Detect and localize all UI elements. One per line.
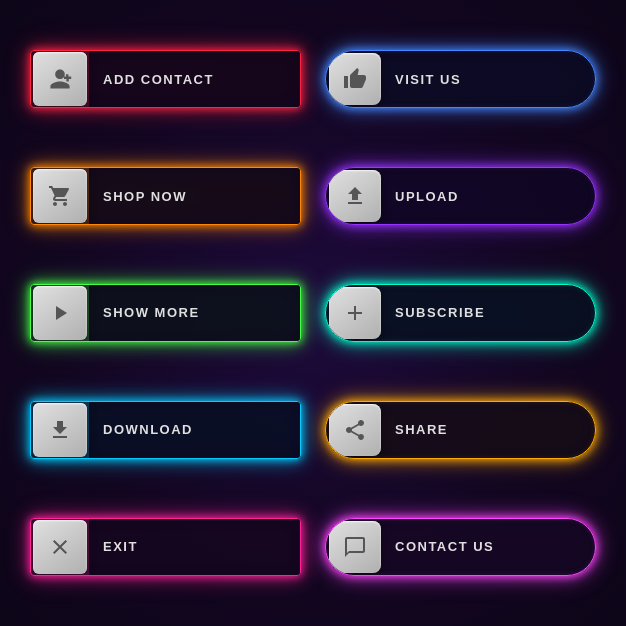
exit-button[interactable]: EXIT — [30, 518, 301, 576]
upload-label: UPLOAD — [381, 189, 595, 204]
button-wrap-show-more: SHOW MORE — [30, 264, 301, 363]
chat-icon — [329, 521, 381, 573]
button-wrap-shop-now: SHOP NOW — [30, 147, 301, 246]
visit-us-button[interactable]: VISIT US — [325, 50, 596, 108]
add-contact-label: ADD CONTACT — [89, 51, 300, 107]
button-wrap-subscribe: SUBSCRIBE — [325, 264, 596, 363]
button-wrap-exit: EXIT — [30, 497, 301, 596]
download-icon — [33, 403, 87, 457]
share-button[interactable]: SHARE — [325, 401, 596, 459]
exit-label: EXIT — [89, 519, 300, 575]
visit-us-label: VISIT US — [381, 72, 595, 87]
download-button[interactable]: DOWNLOAD — [30, 401, 301, 459]
download-label: DOWNLOAD — [89, 402, 300, 458]
share-icon — [329, 404, 381, 456]
cart-icon — [33, 169, 87, 223]
show-more-button[interactable]: SHOW MORE — [30, 284, 301, 342]
button-wrap-contact-us: CONTACT US — [325, 497, 596, 596]
button-wrap-upload: UPLOAD — [325, 147, 596, 246]
x-icon — [33, 520, 87, 574]
upload-icon — [329, 170, 381, 222]
plus-icon — [329, 287, 381, 339]
button-wrap-visit-us: VISIT US — [325, 30, 596, 129]
add-contact-button[interactable]: ADD CONTACT — [30, 50, 301, 108]
shop-now-label: SHOP NOW — [89, 168, 300, 224]
share-label: SHARE — [381, 422, 595, 437]
play-icon — [33, 286, 87, 340]
button-wrap-download: DOWNLOAD — [30, 380, 301, 479]
button-wrap-add-contact: ADD CONTACT — [30, 30, 301, 129]
person-plus-icon — [33, 52, 87, 106]
subscribe-button[interactable]: SUBSCRIBE — [325, 284, 596, 342]
contact-us-button[interactable]: CONTACT US — [325, 518, 596, 576]
shop-now-button[interactable]: SHOP NOW — [30, 167, 301, 225]
upload-button[interactable]: UPLOAD — [325, 167, 596, 225]
subscribe-label: SUBSCRIBE — [381, 305, 595, 320]
button-grid: ADD CONTACT VISIT US SHOP NOW UPLOAD SHO… — [0, 0, 626, 626]
show-more-label: SHOW MORE — [89, 285, 300, 341]
button-wrap-share: SHARE — [325, 380, 596, 479]
thumbs-up-icon — [329, 53, 381, 105]
contact-us-label: CONTACT US — [381, 539, 595, 554]
